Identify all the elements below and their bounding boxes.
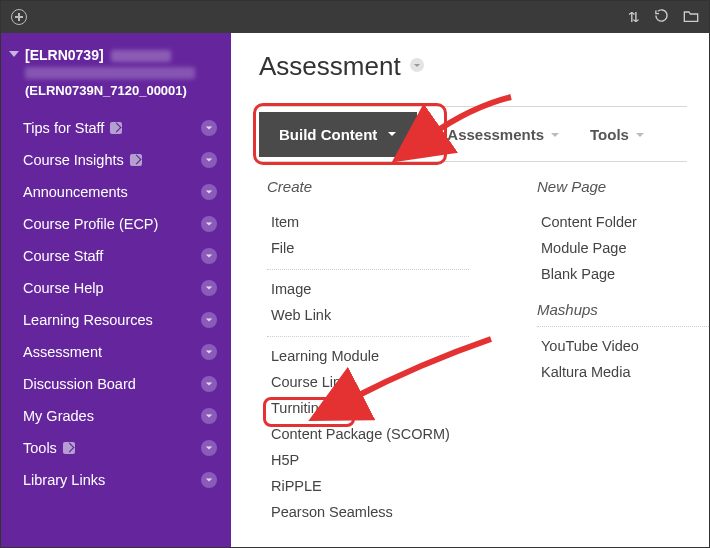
course-sidebar: [ELRN0739] (ELRN0739N_7120_00001) Tips f… bbox=[1, 33, 231, 547]
option-course-link[interactable]: Course Link bbox=[267, 369, 469, 395]
page-title: Assessment bbox=[259, 51, 401, 82]
chevron-down-icon[interactable] bbox=[201, 440, 217, 456]
sidebar-item-library-links[interactable]: Library Links bbox=[1, 464, 231, 496]
top-bar: ⇅ bbox=[1, 1, 709, 33]
option-module-page[interactable]: Module Page bbox=[537, 235, 709, 261]
build-content-button[interactable]: Build Content bbox=[259, 112, 417, 157]
chevron-down-icon bbox=[387, 129, 397, 139]
build-content-dropdown: Create Item File Image Web Link Learning… bbox=[259, 162, 687, 533]
chevron-down-icon bbox=[635, 126, 645, 143]
chevron-down-icon[interactable] bbox=[201, 472, 217, 488]
title-chevron-icon[interactable] bbox=[409, 57, 425, 77]
option-blank-page[interactable]: Blank Page bbox=[537, 261, 709, 287]
chevron-down-icon[interactable] bbox=[201, 120, 217, 136]
create-heading: Create bbox=[267, 178, 473, 195]
option-kaltura-media[interactable]: Kaltura Media bbox=[537, 359, 709, 385]
option-ripple[interactable]: RiPPLE bbox=[267, 473, 469, 499]
sidebar-item-learning-resources[interactable]: Learning Resources bbox=[1, 304, 231, 336]
chevron-down-icon[interactable] bbox=[201, 184, 217, 200]
sidebar-item-label: Announcements bbox=[23, 184, 128, 200]
external-link-icon bbox=[130, 154, 142, 166]
chevron-down-icon bbox=[550, 126, 560, 143]
sidebar-item-label: Library Links bbox=[23, 472, 105, 488]
content-toolbar: Build Content Assessments Tools bbox=[259, 106, 687, 162]
option-file[interactable]: File bbox=[267, 235, 469, 261]
sidebar-item-label: Tips for Staff bbox=[23, 120, 104, 136]
chevron-down-icon[interactable] bbox=[201, 216, 217, 232]
collapse-icon[interactable] bbox=[9, 51, 19, 57]
option-learning-module[interactable]: Learning Module bbox=[267, 343, 469, 369]
content-area: Assessment Build Content Assessments Too… bbox=[231, 33, 709, 547]
sidebar-item-course-insights[interactable]: Course Insights bbox=[1, 144, 231, 176]
sidebar-item-tools[interactable]: Tools bbox=[1, 432, 231, 464]
option-turnitin[interactable]: Turnitin bbox=[267, 395, 469, 421]
chevron-down-icon[interactable] bbox=[201, 280, 217, 296]
option-pearson-seamless[interactable]: Pearson Seamless bbox=[267, 499, 469, 525]
chevron-down-icon[interactable] bbox=[201, 344, 217, 360]
swap-icon[interactable]: ⇅ bbox=[628, 9, 640, 25]
course-code: [ELRN0739] bbox=[25, 47, 104, 63]
sidebar-item-tips-for-staff[interactable]: Tips for Staff bbox=[1, 112, 231, 144]
course-header[interactable]: [ELRN0739] (ELRN0739N_7120_00001) bbox=[1, 41, 231, 106]
option-h5p[interactable]: H5P bbox=[267, 447, 469, 473]
sidebar-item-course-profile[interactable]: Course Profile (ECP) bbox=[1, 208, 231, 240]
sidebar-item-label: Tools bbox=[23, 440, 57, 456]
sidebar-item-assessment[interactable]: Assessment bbox=[1, 336, 231, 368]
option-youtube-video[interactable]: YouTube Video bbox=[537, 333, 709, 359]
build-content-label: Build Content bbox=[279, 126, 377, 143]
option-item[interactable]: Item bbox=[267, 209, 469, 235]
option-image[interactable]: Image bbox=[267, 276, 469, 302]
external-link-icon bbox=[63, 442, 75, 454]
assessments-menu[interactable]: Assessments bbox=[447, 126, 560, 143]
course-name-redacted-2 bbox=[25, 67, 195, 79]
chevron-down-icon[interactable] bbox=[201, 152, 217, 168]
sidebar-item-label: Course Staff bbox=[23, 248, 103, 264]
chevron-down-icon[interactable] bbox=[201, 376, 217, 392]
course-id: (ELRN0739N_7120_00001) bbox=[25, 83, 217, 98]
new-page-heading: New Page bbox=[537, 178, 709, 195]
sidebar-item-label: Course Insights bbox=[23, 152, 124, 168]
sidebar-item-label: Learning Resources bbox=[23, 312, 153, 328]
sidebar-item-course-help[interactable]: Course Help bbox=[1, 272, 231, 304]
sidebar-item-label: Discussion Board bbox=[23, 376, 136, 392]
sidebar-item-my-grades[interactable]: My Grades bbox=[1, 400, 231, 432]
sidebar-item-label: Assessment bbox=[23, 344, 102, 360]
sidebar-item-announcements[interactable]: Announcements bbox=[1, 176, 231, 208]
sidebar-item-discussion-board[interactable]: Discussion Board bbox=[1, 368, 231, 400]
sidebar-item-label: Course Profile (ECP) bbox=[23, 216, 158, 232]
option-content-folder[interactable]: Content Folder bbox=[537, 209, 709, 235]
chevron-down-icon[interactable] bbox=[201, 248, 217, 264]
folder-icon[interactable] bbox=[683, 9, 699, 26]
option-web-link[interactable]: Web Link bbox=[267, 302, 469, 328]
chevron-down-icon[interactable] bbox=[201, 312, 217, 328]
refresh-icon[interactable] bbox=[654, 8, 669, 26]
course-nav: Tips for Staff Course Insights Announcem… bbox=[1, 112, 231, 496]
dropdown-col-right: New Page Content Folder Module Page Blan… bbox=[533, 178, 709, 533]
tools-menu[interactable]: Tools bbox=[590, 126, 645, 143]
course-name-redacted bbox=[111, 50, 171, 62]
option-content-package-scorm[interactable]: Content Package (SCORM) bbox=[267, 421, 469, 447]
add-icon[interactable] bbox=[11, 9, 27, 25]
sidebar-item-label: My Grades bbox=[23, 408, 94, 424]
external-link-icon bbox=[110, 122, 122, 134]
dropdown-col-create: Create Item File Image Web Link Learning… bbox=[263, 178, 473, 533]
assessments-label: Assessments bbox=[447, 126, 544, 143]
chevron-down-icon[interactable] bbox=[201, 408, 217, 424]
sidebar-item-label: Course Help bbox=[23, 280, 104, 296]
mashups-heading: Mashups bbox=[537, 301, 709, 318]
tools-label: Tools bbox=[590, 126, 629, 143]
sidebar-item-course-staff[interactable]: Course Staff bbox=[1, 240, 231, 272]
